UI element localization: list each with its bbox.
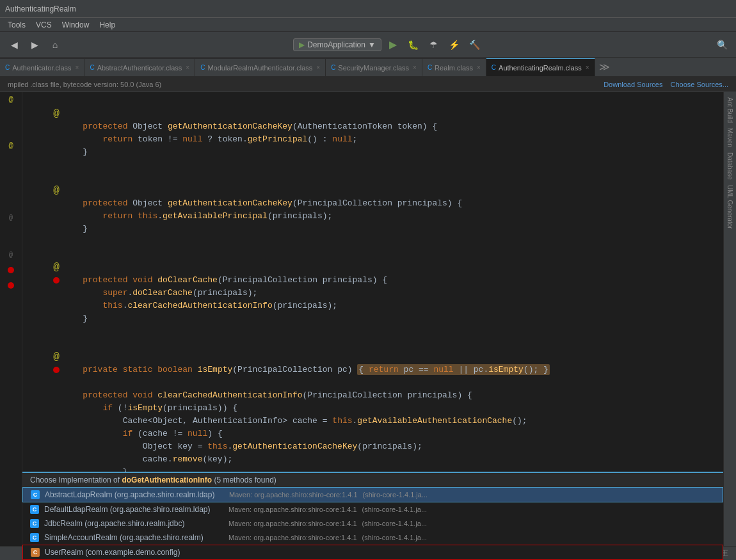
menu-bar: Tools VCS Window Help — [0, 18, 736, 32]
forward-button[interactable]: ▶ — [26, 36, 44, 54]
popup-jar: (shiro-core-1.4.1.ja... — [362, 506, 427, 513]
popup-jar: (shiro-core-1.4.1.ja... — [362, 534, 427, 541]
debug-button[interactable]: 🐛 — [404, 36, 422, 54]
popup-item-userrealm[interactable]: C UserRealm (com.example.demo.config) — [22, 545, 723, 560]
code-line: return token != null ? token.getPrincipa… — [22, 133, 723, 146]
popup-maven: Maven: org.apache.shiro:shiro-core:1.4.1 — [228, 520, 357, 527]
code-line: protected Object getAuthenticationCacheK… — [22, 120, 723, 133]
menu-vcs[interactable]: VCS — [31, 19, 57, 31]
choose-sources-link[interactable]: Choose Sources... — [671, 81, 729, 88]
code-line: } — [22, 146, 723, 159]
gutter-breakpoint-1[interactable] — [6, 265, 16, 275]
tab-authenticator[interactable]: C Authenticator.class × — [0, 58, 84, 76]
code-line — [22, 248, 723, 261]
gutter-empty-1 — [6, 110, 16, 120]
menu-tools[interactable]: Tools — [3, 19, 31, 31]
code-line — [22, 376, 723, 389]
code-line: @ — [22, 108, 723, 120]
code-container: @ protected Object getAuthenticationCach… — [22, 92, 723, 560]
code-line — [22, 159, 723, 172]
popup-header: Choose Implementation of doGetAuthentica… — [22, 473, 723, 487]
left-gutter: @ @ @ @ — [0, 92, 22, 560]
popup-class-name: UserRealm (com.example.demo.config) — [45, 548, 224, 557]
popup-maven: Maven: org.apache.shiro:shiro-core:1.4.1 — [229, 491, 358, 499]
download-sources-link[interactable]: Download Sources — [604, 81, 662, 88]
gutter-empty-4 — [6, 172, 16, 182]
code-line — [22, 325, 723, 338]
bytecode-info: mpiled .class file, bytecode version: 50… — [8, 81, 161, 88]
popup-jar: (shiro-core-1.4.1.ja... — [363, 491, 428, 499]
code-line: Cache<Object, AuthenticationInfo> cache … — [22, 415, 723, 428]
popup-maven: Maven: org.apache.shiro:shiro-core:1.4.1 — [228, 534, 357, 541]
code-line: super.doClearCache(principals); — [22, 287, 723, 300]
tab-realm[interactable]: C Realm.class × — [422, 58, 486, 76]
popup-class-name: JdbcRealm (org.apache.shiro.realm.jdbc) — [44, 519, 223, 528]
gutter-annotation-4: @ — [6, 250, 16, 260]
code-line: this.clearCachedAuthenticationInfo(princ… — [22, 300, 723, 312]
class-icon: C — [30, 533, 39, 542]
run-config-selector[interactable]: ▶ DemoApplication ▼ — [293, 38, 381, 51]
popup-item-simpleaccountrealm[interactable]: C SimpleAccountRealm (org.apache.shiro.r… — [22, 531, 723, 545]
title-bar: AuthenticatingRealm — [0, 0, 736, 18]
sidebar-ant-build[interactable]: Ant Build — [725, 95, 735, 125]
gutter-empty-3 — [6, 156, 16, 166]
popup-item-defaultldaprealm[interactable]: C DefaultLdapRealm (org.apache.shiro.rea… — [22, 502, 723, 516]
run-button[interactable]: ▶ — [384, 36, 402, 54]
popup-header-text: Choose Implementation of — [30, 476, 122, 484]
sidebar-maven[interactable]: Maven — [725, 125, 735, 150]
code-line: if (!isEmpty(principals)) { — [22, 402, 723, 415]
popup-item-jdbcrealm[interactable]: C JdbcRealm (org.apache.shiro.realm.jdbc… — [22, 516, 723, 531]
main-area: @ @ @ @ @ — [0, 92, 736, 560]
gutter-empty-5 — [6, 228, 16, 238]
code-line: return this.getAvailablePrincipal(princi… — [22, 210, 723, 223]
code-line: } — [22, 223, 723, 236]
coverage-button[interactable]: ☂ — [425, 36, 443, 54]
profile-button[interactable]: ⚡ — [445, 36, 463, 54]
class-icon: C — [30, 519, 39, 528]
code-line: private static boolean isEmpty(Principal… — [22, 364, 723, 376]
popup-item-abstractldaprealm[interactable]: C AbstractLdapRealm (org.apache.shiro.re… — [22, 487, 723, 502]
tabs-bar: C Authenticator.class × C AbstractAuthen… — [0, 58, 736, 77]
gutter-breakpoint-2[interactable] — [6, 280, 16, 291]
code-line: } — [22, 312, 723, 325]
code-line: @ — [22, 184, 723, 197]
menu-window[interactable]: Window — [57, 19, 95, 31]
code-line — [22, 338, 723, 351]
tab-abstractauthenticator[interactable]: C AbstractAuthenticator.class × — [84, 58, 195, 76]
popup-class-name: DefaultLdapRealm (org.apache.shiro.realm… — [44, 505, 223, 514]
sidebar-database[interactable]: Database — [725, 150, 735, 182]
class-icon: C — [30, 505, 39, 514]
info-bar: mpiled .class file, bytecode version: 50… — [0, 77, 736, 92]
code-line: @ — [22, 261, 723, 274]
tab-securitymanager[interactable]: C SecurityManager.class × — [326, 58, 422, 76]
code-line: protected void doClearCache(PrincipalCol… — [22, 274, 723, 287]
build-button[interactable]: 🔨 — [466, 36, 484, 54]
popup-list: C AbstractLdapRealm (org.apache.shiro.re… — [22, 487, 723, 560]
code-line — [22, 172, 723, 184]
popup-maven: Maven: org.apache.shiro:shiro-core:1.4.1 — [228, 506, 357, 513]
gutter-empty-2 — [6, 125, 16, 136]
search-button[interactable]: 🔍 — [713, 36, 731, 54]
code-line: protected void clearCachedAuthentication… — [22, 389, 723, 402]
gutter-annotation-1: @ — [6, 95, 16, 105]
title-bar-title: AuthenticatingRealm — [5, 4, 76, 13]
code-line: if (cache != null) { — [22, 428, 723, 440]
sidebar-uml[interactable]: UML Generator — [725, 182, 735, 232]
home-button[interactable]: ⌂ — [46, 36, 64, 54]
code-line: protected Object getAuthenticationCacheK… — [22, 197, 723, 210]
popup-jar: (shiro-core-1.4.1.ja... — [362, 520, 427, 527]
tabs-overflow[interactable]: ≫ — [595, 58, 614, 76]
popup-class-name: SimpleAccountRealm (org.apache.shiro.rea… — [44, 533, 223, 542]
code-line: Object key = this.getAuthenticationCache… — [22, 440, 723, 453]
code-line: @ — [22, 351, 723, 364]
popup-method-name: doGetAuthenticationInfo — [122, 476, 212, 484]
gutter-annotation-3: @ — [6, 212, 16, 223]
back-button[interactable]: ◀ — [5, 36, 23, 54]
info-bar-actions: Download Sources Choose Sources... — [604, 81, 728, 88]
tab-modularrealm[interactable]: C ModularRealmAuthenticator.class × — [195, 58, 326, 76]
toolbar: ◀ ▶ ⌂ ▶ DemoApplication ▼ ▶ 🐛 ☂ ⚡ 🔨 🔍 — [0, 32, 736, 58]
menu-help[interactable]: Help — [94, 19, 120, 31]
right-sidebar: Ant Build Maven Database UML Generator — [723, 92, 736, 560]
code-line: cache.remove(key); — [22, 453, 723, 466]
tab-authenticatingrealm[interactable]: C AuthenticatingRealm.class × — [486, 58, 595, 76]
